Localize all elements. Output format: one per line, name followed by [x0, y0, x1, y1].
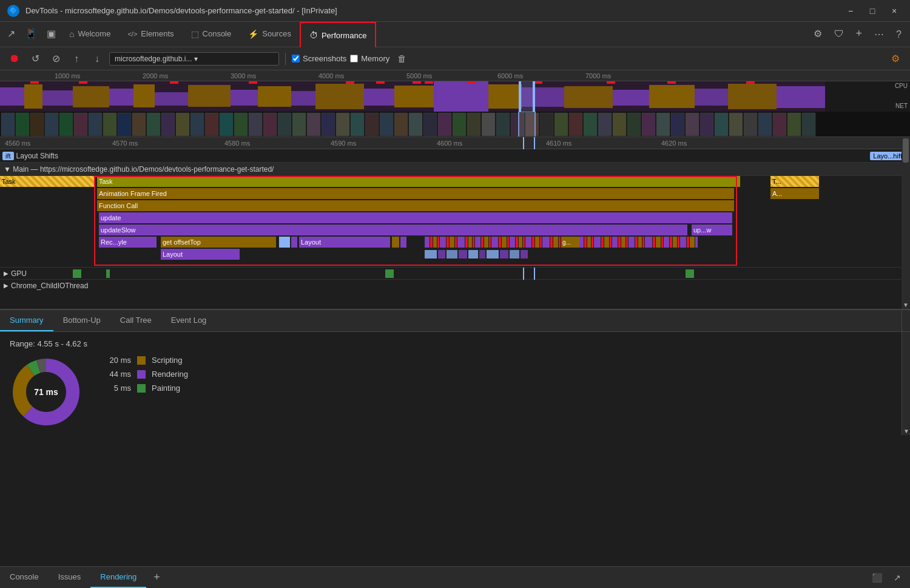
donut-total-text: 71 ms — [34, 387, 58, 397]
g-bar[interactable]: g... — [561, 237, 579, 248]
more-tabs-button[interactable]: ⋯ — [868, 22, 890, 47]
layout-shift-badge-right: Layo...hift — [870, 152, 905, 160]
layout-bar-2[interactable]: Layout — [161, 249, 240, 260]
update-slow-bar[interactable]: updateSlow — [99, 225, 687, 235]
svg-rect-97 — [425, 237, 430, 248]
task-bar-right[interactable]: T... — [770, 176, 819, 187]
svg-rect-147 — [638, 237, 642, 248]
layout-bar-1[interactable]: Layout — [299, 237, 390, 248]
memory-checkbox[interactable] — [350, 55, 358, 63]
rec-style-bar[interactable]: Rec...yle — [99, 237, 157, 248]
tab-security[interactable]: 🛡 — [828, 22, 850, 47]
minimize-button[interactable]: − — [842, 2, 859, 19]
flame-tick-4610: 4610 ms — [546, 140, 571, 147]
svg-rect-13 — [364, 89, 394, 106]
record-button[interactable]: ⏺ — [6, 50, 23, 67]
svg-rect-90 — [729, 113, 743, 136]
svg-rect-122 — [532, 237, 534, 248]
drawer-undock-button[interactable]: ↗ — [889, 570, 905, 586]
svg-rect-33 — [534, 81, 542, 84]
tab-device[interactable]: 📱 — [20, 22, 42, 47]
svg-rect-161 — [425, 250, 437, 259]
url-arrow[interactable]: ▾ — [194, 55, 198, 63]
svg-rect-66 — [380, 113, 393, 136]
reload-button[interactable]: ↺ — [27, 50, 44, 67]
tab-welcome[interactable]: ⌂ Welcome — [61, 22, 119, 47]
timeline-ruler: 1000 ms 2000 ms 3000 ms 4000 ms 5000 ms … — [0, 70, 910, 81]
tab-performance[interactable]: ⏱ Performance — [300, 22, 376, 47]
svg-rect-44 — [59, 113, 73, 136]
svg-rect-49 — [132, 113, 146, 136]
small-bar-3[interactable] — [392, 237, 399, 248]
small-bar-1[interactable] — [279, 237, 290, 248]
stop-button[interactable]: ⊘ — [47, 50, 64, 67]
trash-button[interactable]: 🗑 — [393, 50, 410, 67]
svg-rect-96 — [519, 112, 535, 137]
timeline-overview: 1000 ms 2000 ms 3000 ms 4000 ms 5000 ms … — [0, 70, 910, 137]
svg-rect-78 — [554, 113, 568, 136]
tab-elements[interactable]: </> Elements — [119, 22, 182, 47]
upload-button[interactable]: ↑ — [68, 50, 85, 67]
svg-rect-142 — [618, 237, 621, 248]
tab-console[interactable]: ⬚ Console — [183, 22, 240, 47]
task-bar-main[interactable]: Task — [97, 176, 740, 187]
tab-settings-gear[interactable]: ⚙ — [807, 22, 828, 47]
drawer-dock-button[interactable]: ⬛ — [869, 570, 885, 586]
download-button[interactable]: ↓ — [89, 50, 106, 67]
task-bar-left[interactable]: Task — [0, 176, 94, 187]
small-bar-2[interactable] — [291, 237, 297, 248]
animation-frame-bar[interactable]: Animation Frame Fired — [97, 188, 734, 199]
svg-rect-46 — [89, 113, 102, 136]
drawer-tab-console[interactable]: Console — [0, 567, 49, 588]
svg-rect-62 — [322, 113, 335, 136]
tab-event-log[interactable]: Event Log — [161, 310, 217, 331]
help-button[interactable]: ? — [890, 22, 908, 47]
drawer-tab-issues[interactable]: Issues — [49, 567, 91, 588]
flame-scrollbar[interactable]: ▼ — [902, 137, 910, 309]
maximize-button[interactable]: □ — [864, 2, 881, 19]
tab-sources[interactable]: ⚡ Sources — [240, 22, 300, 47]
svg-rect-106 — [465, 237, 468, 248]
svg-rect-102 — [447, 237, 449, 248]
svg-rect-151 — [656, 237, 661, 248]
svg-rect-138 — [601, 237, 604, 248]
tick-1000: 1000 ms — [55, 72, 80, 79]
svg-rect-15 — [434, 81, 488, 112]
memory-checkbox-label[interactable]: Memory — [350, 54, 389, 63]
svg-rect-9 — [231, 90, 258, 106]
tab-add[interactable]: + — [850, 22, 869, 47]
gpu-selection-left — [523, 268, 524, 280]
tab-call-tree[interactable]: Call Tree — [110, 310, 161, 331]
tab-bottom-up[interactable]: Bottom-Up — [53, 310, 110, 331]
scroll-down-arrow[interactable]: ▼ — [902, 300, 910, 309]
svg-rect-141 — [612, 237, 618, 248]
flame-tick-4590: 4590 ms — [331, 140, 356, 147]
summary-scroll-down[interactable]: ▼ — [902, 427, 910, 435]
svg-rect-145 — [629, 237, 635, 248]
svg-rect-120 — [523, 237, 525, 248]
rendering-color — [137, 370, 146, 379]
drawer-add-tab[interactable]: + — [146, 567, 167, 588]
update-bar[interactable]: update — [99, 212, 732, 223]
drawer-tab-rendering[interactable]: Rendering — [90, 567, 146, 588]
settings-button[interactable]: ⚙ — [887, 50, 904, 67]
screenshots-checkbox-label[interactable]: Screenshots — [292, 54, 346, 63]
get-offset-bar[interactable]: get offsetTop — [161, 237, 276, 248]
svg-rect-100 — [437, 237, 439, 248]
divider — [285, 53, 286, 65]
close-button[interactable]: × — [886, 2, 903, 19]
screenshots-checkbox[interactable] — [292, 55, 300, 63]
update-slow-bar-right[interactable]: up...w — [692, 225, 732, 235]
tab-inspector[interactable]: ↗ — [2, 22, 20, 47]
animation-frame-bar-right[interactable]: A... — [770, 188, 819, 199]
flame-section[interactable]: Task Task T... Animation Frame Fired A..… — [0, 176, 910, 267]
small-bar-4[interactable] — [400, 237, 406, 248]
svg-rect-29 — [376, 81, 385, 84]
summary-scrollbar[interactable]: ▼ — [902, 332, 910, 435]
flame-scrollbar-thumb[interactable] — [903, 138, 909, 163]
tab-sidebar[interactable]: ▣ — [42, 22, 61, 47]
function-call-bar[interactable]: Function Call — [97, 200, 734, 211]
tab-summary[interactable]: Summary — [0, 310, 53, 331]
screenshots-lane — [0, 112, 910, 137]
svg-rect-157 — [680, 237, 686, 248]
